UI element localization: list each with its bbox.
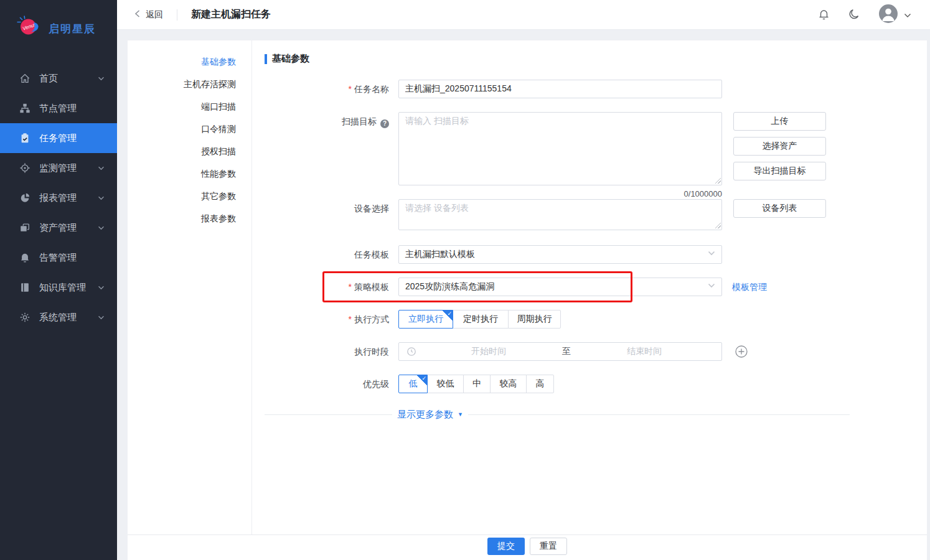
priority-option-0[interactable]: 低✓ (398, 375, 428, 393)
section-header: 基础参数 (265, 53, 309, 65)
scan-target-button-0[interactable]: 上传 (733, 112, 826, 131)
show-more-link[interactable]: 显示更多参数 ▼ (392, 409, 468, 420)
end-time-placeholder: 结束时间 (575, 346, 714, 357)
policy-template-value: 2025攻防演练高危漏洞 (405, 281, 494, 292)
topbar-actions (817, 4, 911, 26)
exec-mode-option-2[interactable]: 周期执行 (508, 310, 561, 329)
scan-target-button-2[interactable]: 导出扫描目标 (733, 162, 826, 180)
assets-icon (19, 222, 31, 234)
monitor-icon (19, 162, 31, 174)
exec-period-label: 执行时段 (265, 342, 398, 361)
chevron-down-icon (98, 77, 105, 81)
back-label: 返回 (146, 9, 163, 21)
chevron-down-icon (904, 9, 911, 21)
sidebar-item-label: 知识库管理 (39, 282, 86, 294)
priority-option-4[interactable]: 高 (526, 375, 554, 393)
field-exec-period: 执行时段 开始时间 至 结束时间 (265, 342, 748, 361)
sidebar-item-3[interactable]: 监测管理 (0, 153, 117, 183)
required-mark: * (349, 314, 352, 324)
option-label: 低 (409, 378, 418, 388)
logo-text: 启明星辰 (49, 22, 96, 36)
policy-template-select[interactable]: 2025攻防演练高危漏洞 (398, 278, 722, 296)
start-time-placeholder: 开始时间 (419, 346, 558, 357)
chevron-down-icon (98, 166, 105, 170)
template-manage-link[interactable]: 模板管理 (732, 278, 767, 296)
task-name-input[interactable] (398, 80, 722, 98)
sidebar-item-label: 告警管理 (39, 252, 77, 264)
sidebar-item-8[interactable]: 系统管理 (0, 302, 117, 332)
clock-icon (406, 347, 416, 357)
sidebar-item-label: 节点管理 (39, 103, 77, 114)
scan-target-label: 扫描目标? (265, 112, 398, 131)
exec-mode-option-0[interactable]: 立即执行✓ (398, 310, 453, 329)
back-button[interactable]: 返回 (134, 9, 163, 21)
moon-icon[interactable] (848, 8, 861, 21)
sidebar-item-label: 监测管理 (39, 162, 77, 174)
report-icon (19, 192, 31, 204)
option-label: 高 (536, 378, 545, 388)
priority-option-3[interactable]: 较高 (490, 375, 527, 393)
task-template-select[interactable]: 主机漏扫默认模板 (398, 245, 722, 264)
field-task-template: 任务模板 主机漏扫默认模板 (265, 245, 722, 264)
option-label: 中 (472, 378, 481, 388)
chevron-down-icon (708, 283, 715, 288)
scan-target-wrap (398, 112, 722, 185)
sidebar-item-1[interactable]: 节点管理 (0, 93, 117, 123)
chevron-left-icon (134, 9, 141, 20)
app-root: Venus 启明星辰 首页节点管理任务管理监测管理报表管理资产管理告警管理知识库… (0, 0, 930, 560)
logo: Venus 启明星辰 (0, 0, 117, 57)
option-label: 周期执行 (517, 314, 552, 324)
content-panel: 基础参数主机存活探测端口扫描口令猜测授权扫描性能参数其它参数报表参数 基础参数 … (128, 40, 927, 560)
sidebar-item-7[interactable]: 知识库管理 (0, 273, 117, 302)
option-label: 较高 (500, 378, 517, 388)
sidebar-nav: 首页节点管理任务管理监测管理报表管理资产管理告警管理知识库管理系统管理 (0, 57, 117, 332)
priority-option-1[interactable]: 较低 (427, 375, 464, 393)
exec-mode-option-1[interactable]: 定时执行 (453, 310, 509, 329)
exec-mode-label: *执行方式 (265, 310, 398, 329)
sidebar-item-5[interactable]: 资产管理 (0, 213, 117, 243)
topbar-divider (177, 9, 177, 21)
policy-template-label: *策略模板 (265, 278, 398, 296)
field-policy-template: *策略模板 2025攻防演练高危漏洞 模板管理 (265, 278, 767, 296)
priority-label: 优先级 (265, 375, 398, 393)
sidebar-item-4[interactable]: 报表管理 (0, 183, 117, 213)
nodes-icon (19, 102, 31, 114)
page-title: 新建主机漏扫任务 (191, 8, 271, 21)
device-list-button[interactable]: 设备列表 (733, 199, 826, 218)
device-select-label: 设备选择 (265, 199, 398, 218)
sidebar-item-0[interactable]: 首页 (0, 63, 117, 93)
device-select-textarea[interactable] (398, 199, 722, 230)
sidebar-item-label: 资产管理 (39, 222, 77, 234)
sidebar-item-label: 系统管理 (39, 312, 77, 324)
help-icon[interactable]: ? (380, 119, 389, 128)
selected-check-icon: ✓ (417, 375, 427, 385)
priority-group: 低✓较低中较高高 (398, 375, 554, 393)
sidebar-item-6[interactable]: 告警管理 (0, 243, 117, 273)
bell-icon[interactable] (817, 8, 830, 22)
exec-period-input[interactable]: 开始时间 至 结束时间 (398, 342, 722, 361)
show-more-label: 显示更多参数 (397, 409, 453, 420)
form-area: 基础参数 *任务名称 扫描目标? 0 (128, 40, 927, 560)
user-menu[interactable] (878, 4, 911, 26)
tasks-icon (19, 132, 31, 144)
sidebar-item-2[interactable]: 任务管理 (0, 123, 117, 153)
sidebar: Venus 启明星辰 首页节点管理任务管理监测管理报表管理资产管理告警管理知识库… (0, 0, 117, 560)
option-label: 较低 (437, 378, 454, 388)
caret-down-icon: ▼ (458, 409, 463, 420)
field-priority: 优先级 低✓较低中较高高 (265, 375, 554, 393)
scan-target-button-1[interactable]: 选择资产 (733, 137, 826, 156)
chevron-down-icon (98, 286, 105, 290)
show-more-row: 显示更多参数 ▼ (265, 409, 850, 420)
chevron-down-icon (98, 226, 105, 230)
scan-target-textarea[interactable] (398, 112, 722, 185)
submit-button[interactable]: 提交 (487, 538, 525, 555)
footer-actions: 提交 重置 (128, 538, 927, 555)
logo-mark-icon: Venus (15, 14, 44, 43)
priority-option-2[interactable]: 中 (463, 375, 491, 393)
scan-target-buttons: 上传选择资产导出扫描目标 (733, 112, 826, 180)
add-period-icon[interactable] (735, 345, 748, 358)
reset-button[interactable]: 重置 (530, 538, 567, 555)
content: 基础参数主机存活探测端口扫描口令猜测授权扫描性能参数其它参数报表参数 基础参数 … (117, 30, 930, 560)
task-name-label: *任务名称 (265, 80, 398, 98)
selected-check-icon: ✓ (443, 310, 453, 320)
